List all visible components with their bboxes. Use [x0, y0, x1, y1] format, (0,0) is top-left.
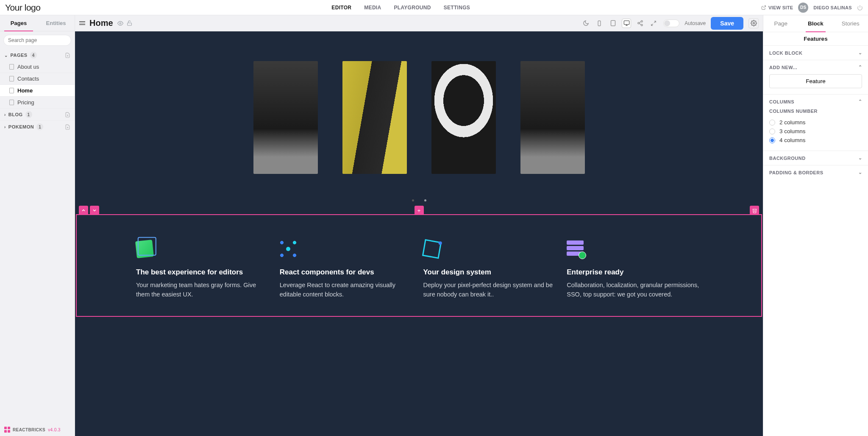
section-background[interactable]: BACKGROUND ⌄ [763, 151, 868, 165]
autosave-label: Autosave [684, 20, 706, 26]
page-icon [9, 100, 14, 105]
page-item-pricing[interactable]: Pricing [0, 97, 75, 109]
pages-count: 4 [30, 52, 37, 59]
tab-stories[interactable]: Stories [833, 15, 868, 32]
dark-mode-icon[interactable] [581, 19, 590, 28]
logo: Your logo [5, 3, 40, 13]
tab-pages[interactable]: Pages [0, 15, 37, 31]
section-padding-borders[interactable]: PADDING & BORDERS ⌄ [763, 165, 868, 179]
radio-3-columns[interactable]: 3 columns [769, 127, 862, 136]
svg-line-20 [639, 23, 641, 24]
tree-section-pages[interactable]: ⌄ PAGES 4 [0, 49, 75, 61]
chevron-down-icon: ⌄ [858, 50, 862, 56]
nav-editor[interactable]: EDITOR [331, 5, 351, 11]
save-button[interactable]: Save [711, 17, 743, 30]
gallery-block[interactable] [75, 31, 763, 182]
tablet-icon[interactable] [608, 19, 618, 28]
chevron-up-icon: ⌃ [858, 99, 862, 104]
svg-point-24 [753, 22, 754, 24]
search-input-wrap[interactable] [3, 35, 71, 46]
svg-rect-14 [624, 21, 629, 25]
add-page-icon[interactable] [65, 124, 70, 130]
tree-section-blog[interactable]: › BLOG 1 [0, 109, 75, 120]
radio-2-columns[interactable]: 2 columns [769, 118, 862, 127]
move-up-button[interactable] [79, 206, 88, 215]
feature-icon [567, 240, 584, 257]
page-item-about[interactable]: About us [0, 61, 75, 73]
page-icon [9, 76, 14, 81]
page-item-contacts[interactable]: Contacts [0, 73, 75, 85]
svg-point-18 [638, 22, 640, 24]
fullscreen-icon[interactable] [649, 19, 658, 28]
add-feature-button[interactable]: Feature [769, 74, 862, 88]
avatar[interactable]: DS [798, 3, 808, 13]
delete-block-button[interactable] [750, 206, 759, 215]
chevron-up-icon: ⌃ [858, 64, 862, 70]
page-title: Home [89, 18, 113, 28]
chevron-right-icon: › [4, 125, 6, 129]
search-input[interactable] [8, 37, 72, 43]
feature-desc[interactable]: Deploy your pixel-perfect design system … [423, 281, 559, 299]
autosave-toggle[interactable] [663, 20, 679, 27]
feature-item[interactable]: Enterprise ready Collaboration, localiza… [567, 240, 702, 299]
nav-media[interactable]: MEDIA [364, 5, 381, 11]
tab-entities[interactable]: Entities [37, 15, 75, 31]
add-page-icon[interactable] [65, 52, 70, 59]
svg-point-10 [120, 22, 121, 24]
feature-title[interactable]: Your design system [423, 268, 559, 277]
chevron-right-icon: › [4, 112, 6, 117]
chevron-down-icon: ⌄ [4, 53, 8, 58]
feature-desc[interactable]: Leverage React to create amazing visuall… [280, 281, 415, 299]
page-item-home[interactable]: Home [0, 85, 75, 97]
page-icon [9, 64, 14, 70]
menu-icon[interactable] [79, 21, 85, 25]
move-down-button[interactable] [90, 206, 99, 215]
svg-rect-11 [127, 22, 131, 25]
settings-icon[interactable] [748, 18, 759, 28]
svg-line-0 [763, 6, 766, 8]
nav-playground[interactable]: PLAYGROUND [394, 5, 431, 11]
svg-line-22 [654, 21, 656, 22]
tab-block[interactable]: Block [798, 15, 833, 32]
feature-title[interactable]: React components for devs [280, 268, 415, 277]
add-block-button[interactable]: + [415, 206, 424, 215]
feature-item[interactable]: The best experience for editors Your mar… [136, 240, 271, 299]
desktop-icon[interactable] [622, 19, 631, 28]
gallery-image[interactable] [520, 61, 585, 174]
tree-blog-label: BLOG [8, 112, 23, 117]
power-icon[interactable] [857, 5, 863, 11]
lock-icon[interactable] [127, 20, 132, 26]
eye-icon[interactable] [117, 20, 123, 26]
pokemon-count: 1 [36, 123, 43, 130]
tab-page[interactable]: Page [763, 15, 798, 32]
feature-icon [280, 240, 297, 257]
section-lock-block[interactable]: LOCK BLOCK ⌄ [763, 46, 868, 60]
mobile-icon[interactable] [595, 19, 604, 28]
section-columns[interactable]: COLUMNS ⌃ [763, 95, 868, 109]
gallery-image[interactable] [342, 61, 407, 174]
gallery-image[interactable] [431, 61, 496, 174]
brand-footer: REACTBRICKS v4.0.3 [4, 427, 61, 433]
feature-icon [135, 240, 154, 258]
reactbricks-icon [4, 427, 10, 433]
view-site-button[interactable]: VIEW SITE [761, 5, 793, 10]
gallery-image[interactable] [253, 61, 318, 174]
feature-item[interactable]: React components for devs Leverage React… [280, 240, 415, 299]
feature-title[interactable]: Enterprise ready [567, 268, 702, 277]
feature-item[interactable]: Your design system Deploy your pixel-per… [423, 240, 559, 299]
share-icon[interactable] [635, 19, 645, 28]
features-block[interactable]: + The best experience for editors Your m… [76, 214, 762, 317]
feature-desc[interactable]: Your marketing team hates gray forms. Gi… [136, 281, 271, 299]
feature-icon [422, 239, 441, 259]
nav-settings[interactable]: SETTINGS [444, 5, 470, 11]
tree-section-pokemon[interactable]: › POKEMON 1 [0, 120, 75, 133]
add-page-icon[interactable] [65, 112, 70, 118]
svg-point-17 [641, 20, 643, 22]
feature-title[interactable]: The best experience for editors [136, 268, 271, 277]
columns-number-label: COLUMNS NUMBER [769, 109, 862, 114]
radio-4-columns[interactable]: 4 columns [769, 136, 862, 145]
feature-desc[interactable]: Collaboration, localization, granular pe… [567, 281, 702, 299]
svg-point-19 [641, 24, 643, 26]
svg-rect-12 [598, 21, 601, 26]
section-add-new[interactable]: ADD NEW... ⌃ [763, 60, 868, 74]
